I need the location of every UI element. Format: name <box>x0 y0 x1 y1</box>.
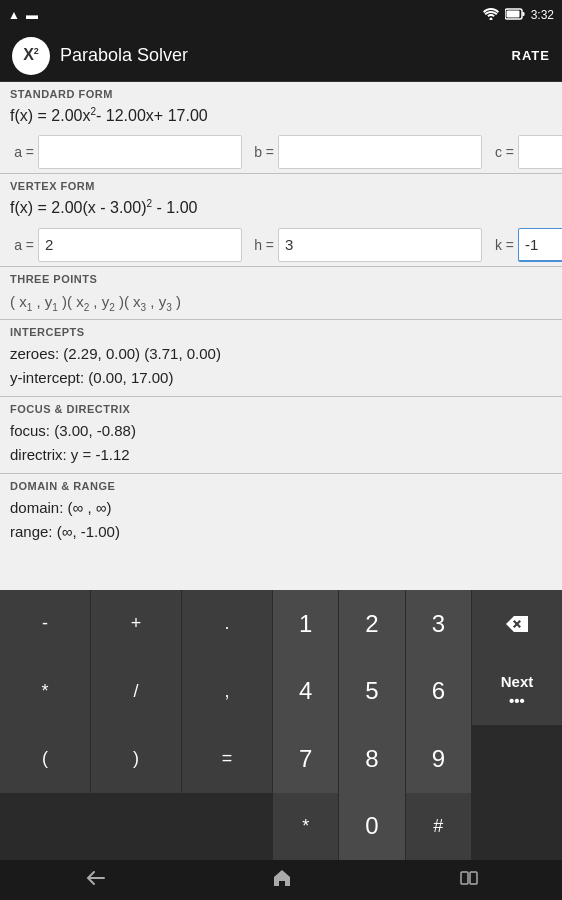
key-8[interactable]: 8 <box>339 725 404 793</box>
standard-form-equation: f(x) = 2.00x2- 12.00x+ 17.00 <box>0 102 562 131</box>
app-bar: X2 Parabola Solver RATE <box>0 30 562 82</box>
domain-range-results: domain: (∞ , ∞) range: (∞, -1.00) <box>0 494 562 550</box>
standard-form-inputs: a = b = c = <box>0 131 562 173</box>
intercepts-section: INTERCEPTS zeroes: (2.29, 0.00) (3.71, 0… <box>0 320 562 396</box>
keyboard-row-1: - + . 1 2 3 <box>0 590 562 658</box>
key-empty-r3 <box>472 725 562 793</box>
content-area: STANDARD FORM f(x) = 2.00x2- 12.00x+ 17.… <box>0 82 562 630</box>
keyboard: - + . 1 2 3 * / , 4 5 6 Next ••• ( ) = 7… <box>0 590 562 860</box>
key-1[interactable]: 1 <box>273 590 338 658</box>
keyboard-row-2: * / , 4 5 6 Next ••• <box>0 658 562 726</box>
k-input-vertex[interactable] <box>518 228 562 262</box>
three-points-header: THREE POINTS <box>0 267 562 287</box>
h-input-vertex[interactable] <box>278 228 482 262</box>
key-9[interactable]: 9 <box>406 725 471 793</box>
svg-rect-2 <box>522 12 524 16</box>
plus-key[interactable]: + <box>91 590 181 658</box>
period-key[interactable]: . <box>182 590 272 658</box>
key-4[interactable]: 4 <box>273 658 338 726</box>
intercepts-results: zeroes: (2.29, 0.00) (3.71, 0.00) y-inte… <box>0 340 562 396</box>
directrix-text: directrix: y = -1.12 <box>10 443 552 467</box>
domain-range-header: DOMAIN & RANGE <box>0 474 562 494</box>
k-label-vertex: k = <box>486 237 514 253</box>
app-logo: X2 <box>12 37 50 75</box>
app-title: Parabola Solver <box>60 45 188 66</box>
back-nav-icon[interactable] <box>83 869 105 892</box>
status-left: ▲ ▬ <box>8 8 38 22</box>
a-input-standard[interactable] <box>38 135 242 169</box>
vertex-form-section: VERTEX FORM f(x) = 2.00(x - 3.00)2 - 1.0… <box>0 174 562 265</box>
notification-icon: ▬ <box>26 8 38 22</box>
logo-text: X2 <box>23 46 39 64</box>
focus-directrix-section: FOCUS & DIRECTRIX focus: (3.00, -0.88) d… <box>0 397 562 473</box>
key-2[interactable]: 2 <box>339 590 404 658</box>
y-intercept-text: y-intercept: (0.00, 17.00) <box>10 366 552 390</box>
key-0[interactable]: 0 <box>339 793 404 861</box>
intercepts-header: INTERCEPTS <box>0 320 562 340</box>
next-dots: ••• <box>509 692 525 709</box>
c-input-standard[interactable] <box>518 135 562 169</box>
key-3[interactable]: 3 <box>406 590 471 658</box>
divide-key[interactable]: / <box>91 658 181 726</box>
open-paren-key[interactable]: ( <box>0 725 90 793</box>
svg-point-0 <box>489 17 492 20</box>
svg-rect-3 <box>506 10 519 17</box>
battery-icon <box>505 8 525 23</box>
standard-form-superscript: 2 <box>90 106 96 117</box>
key-empty-r4-2 <box>91 793 181 861</box>
key-empty-r4-3 <box>182 793 272 861</box>
nav-bar <box>0 860 562 900</box>
wifi-icon <box>483 8 499 23</box>
home-nav-icon[interactable] <box>272 868 292 893</box>
backspace-key[interactable] <box>472 590 562 658</box>
zeroes-text: zeroes: (2.29, 0.00) (3.71, 0.00) <box>10 342 552 366</box>
focus-directrix-results: focus: (3.00, -0.88) directrix: y = -1.1… <box>0 417 562 473</box>
key-6[interactable]: 6 <box>406 658 471 726</box>
asterisk-key[interactable]: * <box>273 793 338 861</box>
focus-text: focus: (3.00, -0.88) <box>10 419 552 443</box>
key-5[interactable]: 5 <box>339 658 404 726</box>
vertex-form-superscript: 2 <box>147 198 153 209</box>
time-display: 3:32 <box>531 8 554 22</box>
key-empty-r4-1 <box>0 793 90 861</box>
svg-rect-5 <box>470 872 477 884</box>
vertex-form-equation: f(x) = 2.00(x - 3.00)2 - 1.00 <box>0 194 562 223</box>
status-right: 3:32 <box>483 8 554 23</box>
range-text: range: (∞, -1.00) <box>10 520 552 544</box>
a-label-vertex: a = <box>6 237 34 253</box>
next-key[interactable]: Next ••• <box>472 658 562 726</box>
domain-range-section: DOMAIN & RANGE domain: (∞ , ∞) range: (∞… <box>0 474 562 550</box>
app-bar-left: X2 Parabola Solver <box>12 37 188 75</box>
minus-key[interactable]: - <box>0 590 90 658</box>
b-label-standard: b = <box>246 144 274 160</box>
hash-key[interactable]: # <box>406 793 471 861</box>
three-points-display: ( x1 , y1 )( x2 , y2 )( x3 , y3 ) <box>0 287 562 319</box>
key-7[interactable]: 7 <box>273 725 338 793</box>
vertex-form-header: VERTEX FORM <box>0 174 562 194</box>
svg-rect-4 <box>461 872 468 884</box>
keyboard-row-4: * 0 # <box>0 793 562 861</box>
status-bar: ▲ ▬ 3:32 <box>0 0 562 30</box>
standard-form-header: STANDARD FORM <box>0 82 562 102</box>
multiply-key[interactable]: * <box>0 658 90 726</box>
equals-key[interactable]: = <box>182 725 272 793</box>
rate-button[interactable]: RATE <box>512 48 550 63</box>
h-label-vertex: h = <box>246 237 274 253</box>
signal-icon: ▲ <box>8 8 20 22</box>
a-label-standard: a = <box>6 144 34 160</box>
vertex-form-inputs: a = h = k = <box>0 224 562 266</box>
keyboard-row-3: ( ) = 7 8 9 <box>0 725 562 793</box>
recent-nav-icon[interactable] <box>459 869 479 892</box>
three-points-section: THREE POINTS ( x1 , y1 )( x2 , y2 )( x3 … <box>0 267 562 319</box>
next-label: Next <box>501 673 534 690</box>
key-empty-r4-4 <box>472 793 562 861</box>
close-paren-key[interactable]: ) <box>91 725 181 793</box>
comma-key[interactable]: , <box>182 658 272 726</box>
focus-directrix-header: FOCUS & DIRECTRIX <box>0 397 562 417</box>
domain-text: domain: (∞ , ∞) <box>10 496 552 520</box>
standard-form-section: STANDARD FORM f(x) = 2.00x2- 12.00x+ 17.… <box>0 82 562 173</box>
a-input-vertex[interactable] <box>38 228 242 262</box>
c-label-standard: c = <box>486 144 514 160</box>
b-input-standard[interactable] <box>278 135 482 169</box>
